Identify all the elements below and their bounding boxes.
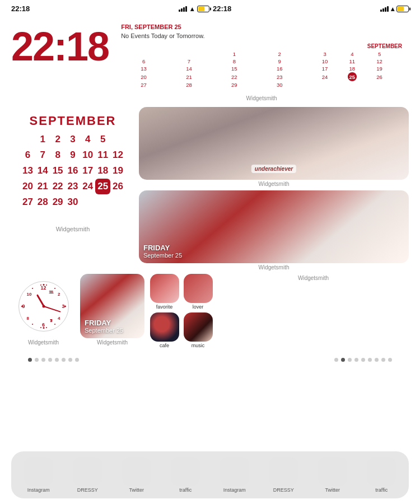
friday-medium-overlay: FRIDAY September 25 [85, 319, 123, 334]
clock-widget: 12 3 6 9 2 10 1 11 4 5 7 8 [11, 274, 76, 338]
rose-dome-widget-wrap: Widgetsmith [218, 274, 409, 281]
dot-left-3 [41, 358, 45, 362]
dot-right-6 [368, 358, 372, 362]
tick-10 [32, 288, 33, 289]
main-content: 22:18 FRI, SEPTEMBER 25 No Events Today … [0, 15, 420, 365]
music-icon-box[interactable] [184, 312, 213, 342]
status-bar: 22:18 ▴ 22:18 ▴ [0, 0, 420, 15]
dock-icon-label-twitter-2: Twitter [325, 487, 340, 493]
underachiever-widget: underachiever [139, 107, 409, 180]
dot-left-8 [75, 358, 79, 362]
dock-item-traffic-2[interactable]: traffic [359, 457, 405, 493]
cafe-icon-box[interactable] [150, 312, 179, 342]
dock-icon-box-dressy-1[interactable] [73, 457, 102, 486]
dock-icon-label-instagram-1: Instagram [27, 487, 50, 493]
mini-cal-date-header: FRI, SEPTEMBER 25 [121, 24, 402, 30]
friday-day: FRIDAY [143, 244, 182, 252]
dock-item-dressy-2[interactable]: DRESSY [261, 457, 307, 493]
dot-right-7 [375, 358, 379, 362]
clock-num-6: 6 [42, 322, 45, 328]
dock-icon-label-instagram-2: Instagram [223, 487, 246, 493]
dot-right-1 [334, 358, 338, 362]
center-signal-icon [179, 6, 187, 12]
status-center: ▴ 22:18 [179, 4, 231, 13]
friday-photo-widget-wrap: FRIDAY September 25 Widgetsmith [139, 190, 409, 270]
clock-num-12: 12 [40, 285, 46, 291]
page-dots-right [334, 358, 392, 362]
app-icon-item-favorite[interactable]: favorite [149, 274, 180, 310]
analog-clock: 12 3 6 9 2 10 1 11 4 5 7 8 [18, 281, 69, 332]
dot-left-1 [28, 358, 32, 362]
app-icon-item-music[interactable]: music [183, 312, 213, 348]
dot-right-5 [361, 358, 365, 362]
tick-7 [40, 327, 41, 328]
minute-hand [43, 306, 60, 312]
big-cal-widgetsmith-label: Widgetsmith [11, 226, 134, 232]
dock-icon-box-twitter-1[interactable] [122, 457, 151, 486]
mini-cal-widgetsmith-label: Widgetsmith [114, 95, 409, 101]
dot-right-3 [348, 358, 352, 362]
lover-icon-box[interactable] [184, 274, 213, 303]
right-battery-icon [396, 6, 409, 12]
status-right: ▴ [380, 5, 409, 13]
dock-icon-box-dressy-2[interactable] [269, 457, 298, 486]
tick-4 [54, 324, 55, 325]
app-icon-item-lover[interactable]: lover [183, 274, 213, 310]
dot-right-4 [354, 358, 358, 362]
underachiever-widgetsmith-label: Widgetsmith [139, 181, 409, 187]
clock-widgetsmith-label: Widgetsmith [11, 339, 76, 346]
center-battery-icon [197, 6, 209, 12]
friday-medium-widgetsmith-label: Widgetsmith [80, 339, 144, 346]
favorite-icon-box[interactable] [150, 274, 179, 303]
clock-num-9: 9 [22, 304, 25, 309]
top-row: 22:18 FRI, SEPTEMBER 25 No Events Today … [11, 18, 409, 101]
tick-5 [46, 327, 47, 328]
rose-dome-widgetsmith-label: Widgetsmith [218, 275, 409, 281]
clock-num-2: 2 [58, 292, 60, 297]
page-dots-left [28, 358, 79, 362]
clock-num-10: 10 [27, 292, 32, 297]
right-photo-widgets: underachiever Widgetsmith FRIDAY Septemb… [139, 107, 409, 270]
dock-item-twitter-1[interactable]: Twitter [114, 457, 160, 493]
clock-num-4: 4 [58, 316, 60, 321]
dock-icon-box-twitter-2[interactable] [318, 457, 347, 486]
dock-item-dressy-1[interactable]: DRESSY [65, 457, 111, 493]
friday-date: September 25 [143, 252, 182, 259]
dock-icon-label-dressy-1: DRESSY [77, 487, 98, 493]
dock-item-traffic-1[interactable]: traffic [163, 457, 209, 493]
dock-icon-label-twitter-1: Twitter [129, 487, 144, 493]
clock-num-3: 3 [62, 304, 64, 309]
wifi-icon: ▴ [190, 5, 194, 13]
favorite-icon-label: favorite [156, 304, 173, 310]
big-cal-grid: 1 2 3 4 5 6 7 8 9 10 11 12 [20, 132, 125, 210]
friday-medium-widget-wrap: FRIDAY September 25 Widgetsmith [80, 274, 144, 346]
right-wifi-icon: ▴ [391, 5, 394, 13]
dot-right-8 [381, 358, 385, 362]
big-calendar-widget: SEPTEMBER 1 2 3 4 5 6 7 8 [11, 107, 134, 218]
page-dots-row [11, 354, 409, 365]
dock-icon-box-instagram-1[interactable] [24, 457, 53, 486]
dot-left-6 [62, 358, 66, 362]
dot-left-4 [48, 358, 52, 362]
underachiever-text: underachiever [251, 165, 296, 173]
dock-icon-label-dressy-2: DRESSY [273, 487, 294, 493]
mini-cal-no-events: No Events Today or Tomorrow. [121, 32, 402, 40]
big-cal-month: SEPTEMBER [20, 114, 125, 128]
friday-medium-day: FRIDAY [85, 319, 123, 327]
status-center-time: 22:18 [213, 4, 231, 13]
mini-cal-month-label: SEPTEMBER [121, 43, 402, 49]
right-signal-icon [380, 6, 389, 12]
dock-item-instagram-2[interactable]: Instagram [212, 457, 258, 493]
dot-left-7 [68, 358, 72, 362]
clock-num-8: 8 [27, 316, 29, 321]
tick-8 [32, 324, 33, 325]
dock-item-twitter-2[interactable]: Twitter [310, 457, 356, 493]
app-icon-item-cafe[interactable]: cafe [149, 312, 180, 348]
dock: Instagram DRESSY Twitter traffic Instagr… [11, 451, 409, 498]
dock-icon-box-traffic-1[interactable] [171, 457, 200, 486]
dock-item-instagram-1[interactable]: Instagram [16, 457, 62, 493]
dock-icon-box-traffic-2[interactable] [367, 457, 396, 486]
friday-photo-widget: FRIDAY September 25 [139, 190, 409, 263]
clock-num-7: 7 [50, 318, 52, 323]
dock-icon-box-instagram-2[interactable] [220, 457, 249, 486]
